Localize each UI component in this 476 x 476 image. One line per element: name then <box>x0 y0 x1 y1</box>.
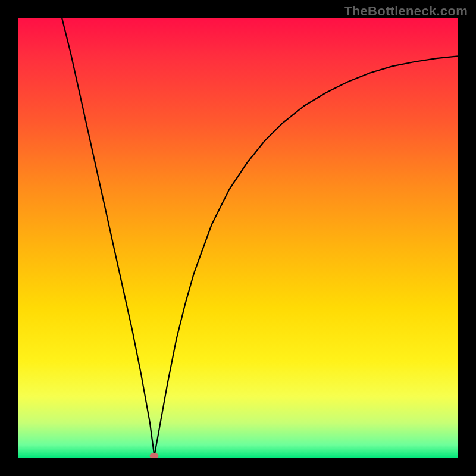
chart-container: TheBottleneck.com <box>0 0 476 476</box>
minimum-marker <box>150 453 159 458</box>
plot-area <box>18 18 458 458</box>
watermark-text: TheBottleneck.com <box>344 4 468 19</box>
bottleneck-curve <box>18 18 458 458</box>
